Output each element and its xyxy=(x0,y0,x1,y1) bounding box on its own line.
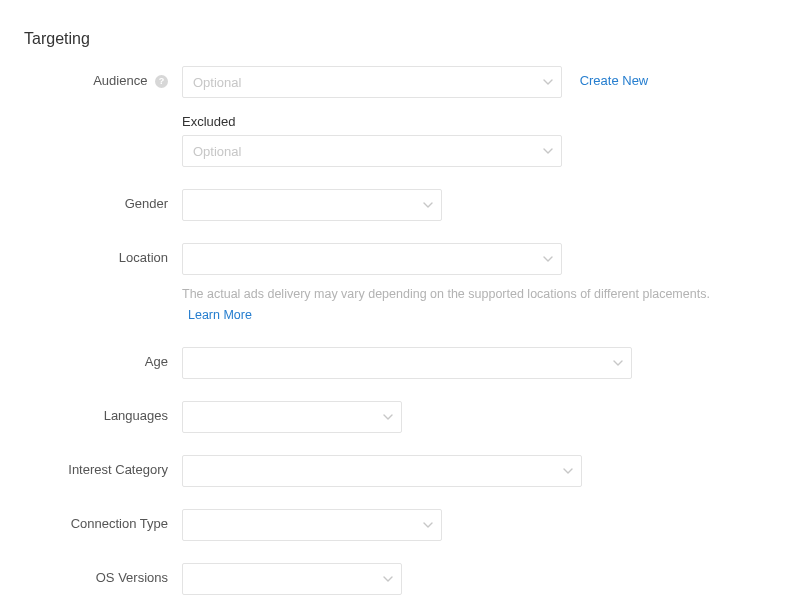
row-connection-type: Connection Type xyxy=(24,509,776,541)
label-languages: Languages xyxy=(24,401,182,423)
gender-select[interactable] xyxy=(182,189,442,221)
label-gender: Gender xyxy=(24,189,182,211)
location-select[interactable] xyxy=(182,243,562,275)
excluded-select[interactable]: Optional xyxy=(182,135,562,167)
location-hint: The actual ads delivery may vary dependi… xyxy=(182,285,776,325)
row-location: Location The actual ads delivery may var… xyxy=(24,243,776,325)
label-age: Age xyxy=(24,347,182,369)
chevron-down-icon xyxy=(543,256,553,262)
chevron-down-icon xyxy=(423,202,433,208)
age-select[interactable] xyxy=(182,347,632,379)
row-gender: Gender xyxy=(24,189,776,221)
row-languages: Languages xyxy=(24,401,776,433)
label-excluded: Excluded xyxy=(182,114,776,129)
audience-select[interactable]: Optional xyxy=(182,66,562,98)
connection-type-select[interactable] xyxy=(182,509,442,541)
create-new-link[interactable]: Create New xyxy=(580,66,649,88)
excluded-placeholder: Optional xyxy=(193,144,241,159)
learn-more-link[interactable]: Learn More xyxy=(188,306,776,325)
chevron-down-icon xyxy=(383,414,393,420)
chevron-down-icon xyxy=(383,576,393,582)
os-versions-select[interactable] xyxy=(182,563,402,595)
section-title: Targeting xyxy=(24,30,776,48)
chevron-down-icon xyxy=(613,360,623,366)
row-interest-category: Interest Category xyxy=(24,455,776,487)
interest-category-select[interactable] xyxy=(182,455,582,487)
row-age: Age xyxy=(24,347,776,379)
chevron-down-icon xyxy=(423,522,433,528)
help-icon[interactable]: ? xyxy=(155,75,168,88)
chevron-down-icon xyxy=(543,79,553,85)
label-interest-category: Interest Category xyxy=(24,455,182,477)
chevron-down-icon xyxy=(543,148,553,154)
row-audience: Audience ? Optional Create New Excluded … xyxy=(24,66,776,167)
row-os-versions: OS Versions xyxy=(24,563,776,595)
label-os-versions: OS Versions xyxy=(24,563,182,585)
label-audience-text: Audience xyxy=(93,73,147,88)
chevron-down-icon xyxy=(563,468,573,474)
audience-placeholder: Optional xyxy=(193,75,241,90)
label-connection-type: Connection Type xyxy=(24,509,182,531)
languages-select[interactable] xyxy=(182,401,402,433)
label-location: Location xyxy=(24,243,182,265)
label-audience: Audience ? xyxy=(24,66,182,88)
location-hint-text: The actual ads delivery may vary dependi… xyxy=(182,287,710,301)
